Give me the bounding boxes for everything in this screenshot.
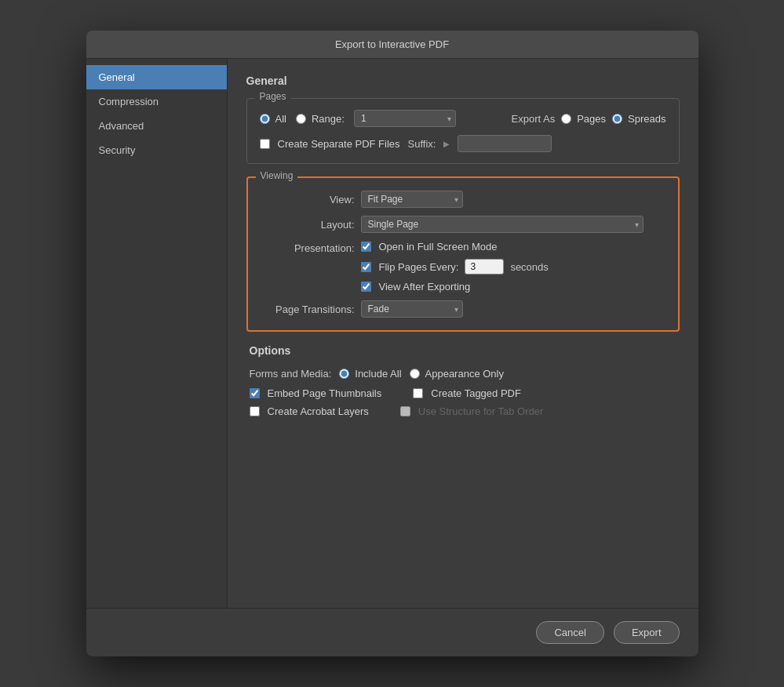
embed-thumbnails-checkbox[interactable] bbox=[250, 388, 260, 398]
cancel-button[interactable]: Cancel bbox=[536, 621, 603, 644]
presentation-options: Open in Full Screen Mode Flip Pages Ever… bbox=[361, 241, 549, 293]
open-fullscreen-checkbox[interactable] bbox=[361, 242, 371, 252]
sidebar-item-security[interactable]: Security bbox=[86, 138, 227, 162]
layout-label: Layout: bbox=[261, 219, 355, 231]
view-after-export-row: View After Exporting bbox=[361, 281, 549, 293]
pages-left: All Range: 1 bbox=[260, 110, 456, 127]
use-structure-label: Use Structure for Tab Order bbox=[400, 405, 543, 417]
export-dialog: Export to Interactive PDF General Compre… bbox=[86, 31, 698, 656]
range-select-wrapper: 1 bbox=[354, 110, 456, 127]
create-acrobat-label[interactable]: Create Acrobat Layers bbox=[250, 405, 369, 417]
range-radio[interactable] bbox=[296, 114, 306, 124]
create-tagged-checkbox[interactable] bbox=[413, 388, 423, 398]
separate-pdf-row: Create Separate PDF Files Suffix: ▶ bbox=[260, 135, 666, 152]
layout-select[interactable]: Single Page Two Up (Facing) Two Up (Cove… bbox=[361, 216, 644, 233]
viewing-box: Viewing View: Fit Page Fit Width Fit Hei… bbox=[246, 176, 680, 332]
include-all-radio[interactable] bbox=[339, 369, 349, 379]
pages-option-radio[interactable] bbox=[561, 114, 571, 124]
open-fullscreen-label[interactable]: Open in Full Screen Mode bbox=[361, 241, 498, 253]
forms-media-label: Forms and Media: bbox=[250, 368, 332, 380]
view-row: View: Fit Page Fit Width Fit Height Actu… bbox=[261, 191, 665, 208]
page-transitions-select-wrapper: None Fade Dissolve Wipe Push bbox=[361, 300, 463, 318]
sidebar-item-compression[interactable]: Compression bbox=[86, 89, 227, 114]
page-transitions-label: Page Transitions: bbox=[261, 304, 355, 315]
page-transitions-row: Page Transitions: None Fade Dissolve Wip… bbox=[261, 300, 665, 318]
embed-thumbnails-label[interactable]: Embed Page Thumbnails bbox=[250, 387, 382, 399]
presentation-label: Presentation: bbox=[261, 241, 355, 254]
range-select[interactable]: 1 bbox=[354, 110, 456, 127]
layout-select-wrapper: Single Page Two Up (Facing) Two Up (Cove… bbox=[361, 216, 644, 233]
viewing-group-title: Viewing bbox=[256, 170, 298, 181]
sidebar: General Compression Advanced Security bbox=[86, 59, 228, 608]
main-content: General Pages All Range: bbox=[228, 59, 698, 608]
view-after-export-checkbox[interactable] bbox=[361, 282, 371, 292]
flip-pages-checkbox[interactable] bbox=[361, 262, 371, 272]
page-transitions-select[interactable]: None Fade Dissolve Wipe Push bbox=[361, 300, 463, 318]
layout-row: Layout: Single Page Two Up (Facing) Two … bbox=[261, 216, 665, 233]
flip-pages-row: Flip Pages Every: seconds bbox=[361, 259, 549, 274]
include-all-label[interactable]: Include All bbox=[339, 368, 401, 380]
sidebar-item-advanced[interactable]: Advanced bbox=[86, 114, 227, 138]
export-as-label: Export As bbox=[512, 113, 556, 125]
options-section: Options Forms and Media: Include All App… bbox=[246, 344, 680, 417]
checkboxes-row1: Embed Page Thumbnails Create Tagged PDF bbox=[250, 387, 676, 399]
spreads-option-radio[interactable] bbox=[612, 114, 622, 124]
pages-group: Pages All Range: bbox=[246, 98, 680, 164]
appearance-only-radio[interactable] bbox=[410, 369, 420, 379]
pages-top-row: All Range: 1 Export As bbox=[260, 110, 666, 127]
create-acrobat-checkbox[interactable] bbox=[250, 406, 260, 416]
appearance-only-label[interactable]: Appearance Only bbox=[410, 368, 504, 380]
checkboxes-row2: Create Acrobat Layers Use Structure for … bbox=[250, 405, 676, 417]
view-select-wrapper: Fit Page Fit Width Fit Height Actual Siz… bbox=[361, 191, 463, 208]
pages-option-label[interactable]: Pages bbox=[561, 113, 606, 125]
suffix-arrow-icon: ▶ bbox=[443, 140, 450, 148]
presentation-row: Presentation: Open in Full Screen Mode bbox=[261, 241, 665, 293]
all-radio[interactable] bbox=[260, 114, 270, 124]
export-button[interactable]: Export bbox=[614, 621, 680, 644]
view-select[interactable]: Fit Page Fit Width Fit Height Actual Siz… bbox=[361, 191, 463, 208]
flip-pages-input[interactable] bbox=[465, 259, 504, 274]
separate-pdf-label[interactable]: Create Separate PDF Files bbox=[260, 138, 400, 150]
spreads-option-label[interactable]: Spreads bbox=[612, 113, 665, 125]
sidebar-item-general[interactable]: General bbox=[86, 65, 227, 89]
dialog-body: General Compression Advanced Security Ge… bbox=[86, 59, 698, 608]
dialog-title: Export to Interactive PDF bbox=[335, 38, 449, 50]
all-radio-label[interactable]: All bbox=[260, 113, 286, 125]
range-radio-label[interactable]: Range: bbox=[296, 113, 345, 125]
create-tagged-label[interactable]: Create Tagged PDF bbox=[413, 387, 521, 399]
bottom-buttons: Cancel Export bbox=[86, 608, 698, 656]
use-structure-checkbox bbox=[400, 406, 410, 416]
seconds-label: seconds bbox=[510, 261, 548, 273]
pages-group-title: Pages bbox=[255, 91, 291, 102]
export-as-row: Export As Pages Spreads bbox=[512, 113, 666, 125]
view-after-export-label[interactable]: View After Exporting bbox=[361, 281, 471, 293]
separate-pdf-checkbox[interactable] bbox=[260, 139, 270, 149]
view-label: View: bbox=[261, 194, 355, 205]
options-title: Options bbox=[250, 344, 676, 357]
suffix-input[interactable] bbox=[458, 135, 552, 152]
fullscreen-row: Open in Full Screen Mode bbox=[361, 241, 549, 253]
title-bar: Export to Interactive PDF bbox=[86, 31, 698, 59]
forms-media-row: Forms and Media: Include All Appearance … bbox=[250, 368, 676, 380]
suffix-label: Suffix: bbox=[408, 138, 436, 150]
section-title: General bbox=[246, 75, 680, 87]
flip-pages-label[interactable]: Flip Pages Every: bbox=[361, 261, 459, 273]
